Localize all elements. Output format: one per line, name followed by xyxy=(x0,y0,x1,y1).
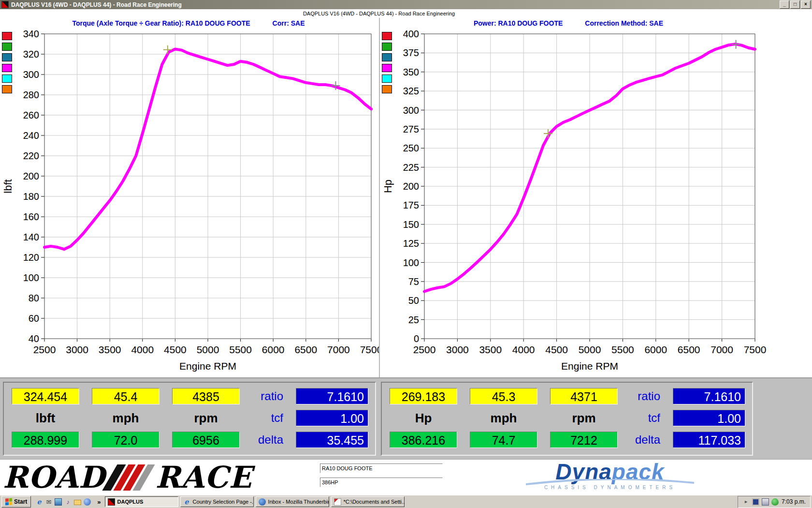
close-button[interactable]: × xyxy=(801,0,811,9)
start-button-label: Start xyxy=(14,498,27,505)
maximize-button[interactable]: □ xyxy=(790,0,800,9)
svg-text:40: 40 xyxy=(29,333,39,344)
quick-launch-bar xyxy=(33,498,93,506)
torque-cursor2-value: 288.999 xyxy=(12,432,79,448)
power-ratio-label: ratio xyxy=(630,389,660,403)
task-label: DAQPLUS xyxy=(117,499,144,505)
power-ratio-value: 7.1610 xyxy=(673,388,745,404)
taskbar-task-area: DAQPLUSCountry Selection Page -...Inbox … xyxy=(105,496,405,507)
power-unit-rpm: rpm xyxy=(550,411,618,426)
taskbar-task-country-selection-page[interactable]: Country Selection Page -... xyxy=(180,496,254,507)
power-cursor1-mph: 45.3 xyxy=(470,388,537,404)
system-tray: 7:03 p.m. xyxy=(738,496,811,508)
svg-text:320: 320 xyxy=(23,49,39,60)
road-race-logo-slashes xyxy=(110,464,147,491)
svg-text:220: 220 xyxy=(23,150,39,161)
run-name-input[interactable] xyxy=(320,463,443,473)
svg-text:5000: 5000 xyxy=(579,344,601,355)
svg-text:400: 400 xyxy=(403,29,419,39)
task-label: *C:\Documents and Setti... xyxy=(344,499,405,505)
start-button[interactable]: Start xyxy=(1,496,31,508)
run-note-input[interactable] xyxy=(320,478,443,487)
svg-text:300: 300 xyxy=(23,69,39,80)
torque-delta-value: 35.455 xyxy=(296,432,368,448)
taskbar-task-inbox-mozilla-thunderbird[interactable]: Inbox - Mozilla Thunderbird xyxy=(256,496,329,507)
svg-text:7500: 7500 xyxy=(744,344,767,355)
svg-text:300: 300 xyxy=(403,105,419,116)
power-chart[interactable]: 2500300035004000450050005500600065007000… xyxy=(380,18,812,377)
network-icon[interactable] xyxy=(762,498,769,506)
torque-ratio-value: 7.1610 xyxy=(296,388,368,404)
task-label: Inbox - Mozilla Thunderbird xyxy=(268,499,329,505)
svg-text:225: 225 xyxy=(403,162,419,173)
desktop-icon[interactable] xyxy=(55,498,62,506)
taskbar-task-c-documents-and-setti[interactable]: *C:\Documents and Setti... xyxy=(331,496,405,507)
torque-cursor1-value: 324.454 xyxy=(12,388,79,404)
svg-text:4500: 4500 xyxy=(164,344,187,355)
torque-chart-panel: Torque (Axle Torque ÷ Gear Ratio): RA10 … xyxy=(0,18,378,377)
power-cursor2-rpm: 7212 xyxy=(550,432,618,448)
minimize-button[interactable]: _ xyxy=(780,0,789,9)
svg-text:3000: 3000 xyxy=(446,344,469,355)
charts-area: Torque (Axle Torque ÷ Gear Ratio): RA10 … xyxy=(0,18,812,377)
svg-text:325: 325 xyxy=(403,86,419,96)
display-icon[interactable] xyxy=(752,498,759,506)
mdi-title-strip: DAQPLUS V16 (4WD - DAQPLUS 44) - Road Ra… xyxy=(0,9,812,18)
svg-text:6500: 6500 xyxy=(678,344,700,355)
media-icon[interactable] xyxy=(64,498,72,506)
windows-flag-icon xyxy=(5,498,12,505)
svg-text:60: 60 xyxy=(29,313,39,324)
power-unit-hp: Hp xyxy=(390,411,457,426)
svg-text:350: 350 xyxy=(403,67,419,77)
taskbar-task-daqplus[interactable]: DAQPLUS xyxy=(105,496,178,507)
svg-text:2500: 2500 xyxy=(33,344,56,355)
svg-text:125: 125 xyxy=(403,238,419,249)
power-delta-value: 117.033 xyxy=(673,432,745,448)
svg-text:100: 100 xyxy=(23,272,39,283)
power-tcf-label: tcf xyxy=(630,411,660,425)
svg-text:80: 80 xyxy=(29,293,39,303)
svg-text:0: 0 xyxy=(414,333,419,344)
svg-text:25: 25 xyxy=(408,314,419,325)
window-titlebar[interactable]: DAQPLUS V16 (4WD - DAQPLUS 44) - Road Ra… xyxy=(0,0,812,9)
mdi-window-title: DAQPLUS V16 (4WD - DAQPLUS 44) - Road Ra… xyxy=(0,9,758,18)
taskbar: Start » DAQPLUSCountry Selection Page -.… xyxy=(0,495,812,508)
torque-cursor1-rpm: 4385 xyxy=(172,388,240,404)
volume-icon[interactable] xyxy=(742,498,750,506)
svg-text:5500: 5500 xyxy=(611,344,634,355)
power-tcf-value: 1.00 xyxy=(673,410,745,426)
svg-text:120: 120 xyxy=(23,252,39,263)
taskbar-clock[interactable]: 7:03 p.m. xyxy=(782,498,806,505)
folder-icon[interactable] xyxy=(74,500,81,505)
svg-text:Engine RPM: Engine RPM xyxy=(179,360,236,372)
window-title: DAQPLUS V16 (4WD - DAQPLUS 44) - Road Ra… xyxy=(11,1,780,8)
quick-launch-overflow-button[interactable]: » xyxy=(95,498,102,506)
svg-text:7000: 7000 xyxy=(710,344,733,355)
power-cursor1-value: 269.183 xyxy=(390,388,457,404)
svg-text:240: 240 xyxy=(23,130,39,141)
svg-text:4500: 4500 xyxy=(545,344,568,355)
power-cursor2-value: 386.216 xyxy=(390,432,457,448)
svg-text:6000: 6000 xyxy=(262,344,285,355)
shield-icon[interactable] xyxy=(771,498,779,506)
torque-cursor2-rpm: 6956 xyxy=(172,432,240,448)
thunderbird-icon xyxy=(259,498,266,506)
svg-text:180: 180 xyxy=(23,191,39,202)
power-cursor1-rpm: 4371 xyxy=(550,388,618,404)
power-readout-panel: 269.183 45.3 4371 ratio 7.1610 Hp mph rp… xyxy=(381,382,753,456)
globe-icon[interactable] xyxy=(84,498,91,506)
svg-text:3000: 3000 xyxy=(66,344,88,355)
svg-text:375: 375 xyxy=(403,47,419,58)
svg-text:260: 260 xyxy=(23,110,39,120)
svg-text:160: 160 xyxy=(23,211,39,222)
road-race-logo-road: ROAD xyxy=(3,463,105,492)
torque-ratio-label: ratio xyxy=(252,389,283,403)
torque-cursor2-mph: 72.0 xyxy=(92,432,160,448)
svg-text:175: 175 xyxy=(403,200,419,210)
branding-row: ROAD RACE Dynapack CHASSIS DYNAMOMETERS xyxy=(0,459,812,495)
road-race-logo-race: RACE xyxy=(155,463,252,492)
mail-icon[interactable] xyxy=(45,498,52,506)
ie-icon[interactable] xyxy=(35,498,43,506)
torque-unit-mph: mph xyxy=(92,411,160,426)
torque-chart[interactable]: 2500300035004000450050005500600065007000… xyxy=(0,18,378,377)
